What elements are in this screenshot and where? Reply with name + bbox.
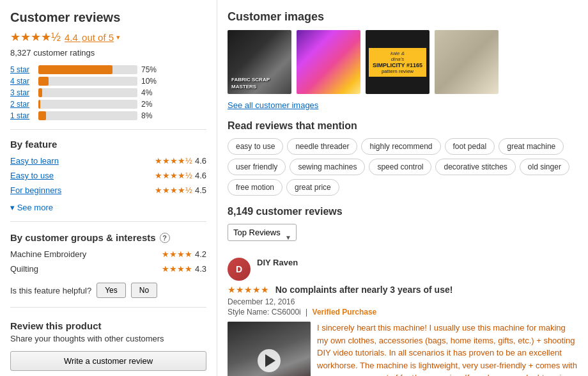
tag-speed-control[interactable]: speed control (369, 159, 431, 175)
mentions-title: Read reviews that mention (228, 120, 578, 132)
review-img-bg (228, 322, 311, 376)
divider-2 (10, 221, 206, 222)
customer-image-3[interactable]: kale & dina's SIMPLICITY #1165 pattern r… (366, 30, 429, 94)
star-bar-row-1: 5 star 75% (10, 65, 206, 74)
ratings-count: 8,327 customer ratings (10, 48, 206, 58)
star-bar-track-3 (38, 88, 137, 97)
review-body: I sincerely heart this machine! I usuall… (228, 322, 578, 376)
write-review-button[interactable]: Write a customer review (10, 351, 206, 371)
review-title: No complaints after nearly 3 years of us… (275, 285, 453, 295)
see-more-link[interactable]: ▾ See more (10, 203, 53, 212)
tag-sewing-machines[interactable]: sewing machines (290, 159, 365, 175)
help-icon[interactable]: ? (160, 233, 170, 243)
tag-great-price[interactable]: great price (286, 179, 339, 196)
star-bar-pct-2: 10% (141, 77, 159, 86)
group-stars-1: ★★★★ (162, 249, 192, 259)
star-bar-label-4[interactable]: 2 star (10, 100, 35, 109)
rating-dropdown-arrow[interactable]: ▾ (116, 33, 120, 42)
star-bar-row-4: 2 star 2% (10, 100, 206, 109)
overall-rating-row: ★★★★½ 4.4 out of 5 ▾ (10, 30, 206, 44)
feature-name-1[interactable]: Easy to learn (10, 156, 87, 166)
divider-3 (10, 307, 206, 308)
divider-1 (10, 129, 206, 130)
group-right-2: ★★★★ 4.3 (162, 264, 206, 274)
tags-container: easy to useneedle threaderhighly recomme… (228, 138, 578, 196)
review-product-sub: Share your thoughts with other customers (10, 334, 206, 343)
star-bar-track-2 (38, 77, 137, 86)
review-text: I sincerely heart this machine! I usuall… (317, 322, 578, 376)
star-bar-fill-4 (38, 100, 40, 109)
star-bars: 5 star 75% 4 star 10% 3 star 4% 2 star 2… (10, 65, 206, 120)
see-all-images-link[interactable]: See all customer images (228, 100, 578, 110)
tag-needle-threader[interactable]: needle threader (287, 138, 357, 155)
right-column: Customer images FABRIC SCRAPMASTERS kale… (217, 0, 588, 376)
review-product-title: Review this product (10, 320, 206, 331)
group-right-1: ★★★★ 4.2 (162, 249, 206, 259)
feature-right-1: ★★★★½ 4.6 (155, 156, 206, 166)
tag-old-singer[interactable]: old singer (520, 159, 569, 175)
feature-score-1: 4.6 (195, 156, 206, 166)
tag-free-motion[interactable]: free motion (228, 179, 282, 196)
review-rating-row: ★★★★★ No complaints after nearly 3 years… (228, 285, 578, 295)
review-content: DIY Raven (257, 258, 578, 281)
star-bar-label-2[interactable]: 4 star (10, 77, 35, 86)
star-bar-row-3: 3 star 4% (10, 88, 206, 97)
star-bar-pct-1: 75% (141, 65, 159, 74)
reviews-count: 8,149 customer reviews (228, 206, 578, 217)
helpful-question: Is this feature helpful? (10, 286, 91, 295)
overall-rating-link[interactable]: 4.4 out of 5 (65, 32, 114, 43)
group-score-1: 4.2 (195, 249, 206, 259)
sort-wrapper[interactable]: Top ReviewsMost Recent (228, 224, 297, 250)
star-bar-row-5: 1 star 8% (10, 111, 206, 120)
star-bar-label-3[interactable]: 3 star (10, 88, 35, 97)
group-row-2: Quilting ★★★★ 4.3 (10, 264, 206, 274)
feature-score-2: 4.6 (195, 171, 206, 180)
star-bar-fill-5 (38, 111, 46, 120)
reviews-section-title: Customer reviews (10, 10, 206, 25)
play-button[interactable] (258, 349, 281, 372)
customer-image-1[interactable]: FABRIC SCRAPMASTERS (228, 30, 291, 94)
customer-images-row: FABRIC SCRAPMASTERS kale & dina's SIMPLI… (228, 30, 578, 94)
feature-right-2: ★★★★½ 4.6 (155, 171, 206, 180)
review-video-thumbnail[interactable] (228, 322, 311, 376)
helpful-yes-button[interactable]: Yes (97, 283, 126, 298)
tag-highly-recommend[interactable]: highly recommend (361, 138, 440, 155)
tag-user-friendly[interactable]: user friendly (228, 159, 286, 175)
star-bar-track-4 (38, 100, 137, 109)
play-icon (265, 354, 275, 367)
reviewer-avatar: D (228, 258, 251, 281)
customer-images-title: Customer images (228, 10, 578, 24)
by-feature-title: By feature (10, 139, 206, 150)
groups-list: Machine Embroidery ★★★★ 4.2 Quilting ★★★… (10, 249, 206, 274)
group-name-2: Quilting (10, 264, 112, 274)
star-bar-label-1[interactable]: 5 star (10, 65, 35, 74)
by-groups-title: By customer groups & interests ? (10, 232, 206, 243)
feature-stars-3: ★★★★½ (155, 185, 192, 195)
thumb-1-overlay: FABRIC SCRAPMASTERS (231, 77, 288, 90)
tag-foot-pedal[interactable]: foot pedal (445, 138, 495, 155)
features-list: Easy to learn ★★★★½ 4.6 Easy to use ★★★★… (10, 156, 206, 195)
tag-easy-to-use[interactable]: easy to use (228, 138, 283, 155)
tag-great-machine[interactable]: great machine (499, 138, 564, 155)
feature-row-1: Easy to learn ★★★★½ 4.6 (10, 156, 206, 166)
feature-stars-2: ★★★★½ (155, 171, 192, 180)
feature-name-3[interactable]: For beginners (10, 185, 87, 195)
helpful-row: Is this feature helpful? Yes No (10, 283, 206, 298)
helpful-no-button[interactable]: No (131, 283, 157, 298)
feature-name-2[interactable]: Easy to use (10, 171, 87, 180)
star-bar-fill-1 (38, 65, 112, 74)
customer-image-4[interactable] (435, 30, 499, 94)
review-item-1: D DIY Raven ★★★★★ No complaints after ne… (228, 258, 578, 376)
group-stars-2: ★★★★ (162, 264, 192, 274)
verified-purchase-badge: Verified Purchase (313, 308, 377, 317)
tag-decorative-stitches[interactable]: decorative stitches (435, 159, 515, 175)
star-bar-label-5[interactable]: 1 star (10, 111, 35, 120)
star-bar-track-1 (38, 65, 137, 74)
star-bar-pct-4: 2% (141, 100, 159, 109)
star-bar-fill-3 (38, 88, 42, 97)
customer-image-2[interactable] (297, 30, 360, 94)
group-name-1: Machine Embroidery (10, 249, 112, 259)
feature-row-2: Easy to use ★★★★½ 4.6 (10, 171, 206, 180)
group-score-2: 4.3 (195, 264, 206, 274)
sort-select[interactable]: Top ReviewsMost Recent (228, 224, 297, 241)
